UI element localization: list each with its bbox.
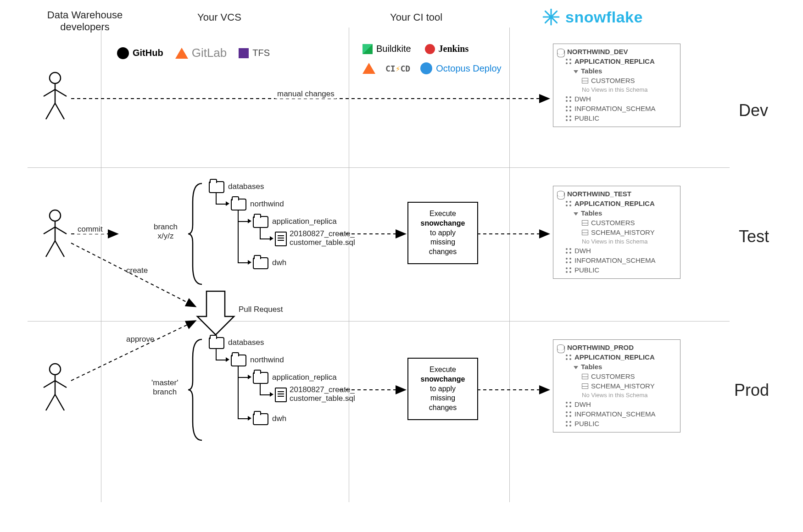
tree-expand-icon [574,70,578,73]
folder-icon [253,413,268,425]
octopus-icon [420,62,432,74]
folder-app-replica: application_replica [272,217,337,226]
brace-branch-xyz [188,183,206,286]
divider-horizontal-1 [28,167,730,168]
snowflake-icon [541,7,561,27]
ci-logos: Buildkite Jenkins CI⚡CD Octopus Deploy [362,44,502,74]
diagram-root: { "columns": { "devs": "Data Warehouse\n… [0,0,803,532]
label-master-branch: 'master' branch [151,378,178,397]
table-icon [582,230,588,235]
folder-app-replica: application_replica [272,373,337,382]
folder-northwind: northwind [250,200,284,209]
database-icon [557,49,564,55]
divider-vertical-3 [509,28,510,502]
vcs-logos: GitHub GitLab TFS [117,46,270,60]
db-panel-dev: NORTHWIND_DEV APPLICATION_REPLICA Tables… [553,44,680,127]
file-sql: 20180827_create_ customer_table.sql [290,230,355,247]
tree-expand-icon [574,366,578,369]
schema-icon [565,257,572,264]
actor-dev-2 [39,209,71,261]
buildkite-icon [362,44,373,54]
arrows-layer [0,0,803,532]
github-icon [117,47,129,59]
arrow-label-manual-changes: manual changes [275,89,336,99]
schema-icon [565,401,572,408]
logo-buildkite: Buildkite [362,44,411,54]
svg-line-8 [55,89,67,96]
schema-icon [565,248,572,254]
svg-line-19 [44,381,55,388]
table-icon [582,78,588,83]
divider-horizontal-2 [28,321,730,321]
table-icon [582,383,588,389]
schema-icon [565,115,572,122]
folder-icon [253,216,268,228]
snowflake-label: snowflake [565,8,643,26]
arrow-label-commit: commit [76,225,105,234]
svg-line-9 [46,103,55,119]
execute-box-test: Execute snowchange to apply missing chan… [407,202,478,264]
svg-line-10 [55,103,64,119]
svg-point-4 [550,16,552,18]
tfs-icon [239,48,249,58]
database-icon [557,191,564,197]
logo-gitlab: GitLab [175,46,227,60]
column-header-ci: Your CI tool [390,11,442,23]
svg-point-17 [50,364,61,375]
pull-request-arrow [197,291,234,339]
env-label-prod: Prod [734,381,769,400]
file-icon [275,232,287,246]
arrow-label-approve: approve [126,335,154,344]
gitlab-icon [175,48,188,59]
gitlab-ci-icon [362,63,375,74]
folder-icon [231,199,246,211]
svg-line-16 [55,241,64,257]
divider-vertical-1 [101,28,101,502]
divider-vertical-2 [349,28,349,502]
svg-line-20 [55,381,67,388]
logo-jenkins: Jenkins [425,44,469,54]
logo-tfs: TFS [239,48,270,58]
column-header-vcs: Your VCS [197,11,241,23]
svg-line-22 [55,394,64,410]
folder-northwind: northwind [250,355,284,365]
svg-line-15 [46,241,55,257]
folder-tree-prod: databases northwind application_replica … [209,337,346,438]
arrow-label-create: create [126,266,148,275]
file-sql: 20180827_create_ customer_table.sql [290,386,355,403]
jenkins-icon [425,44,435,54]
schema-icon [565,200,572,207]
logo-github: GitHub [117,47,163,59]
tree-expand-icon [574,212,578,216]
actor-dev-1 [39,71,71,123]
table-icon [582,374,588,379]
schema-icon [565,96,572,102]
table-icon [582,220,588,226]
env-label-test: Test [739,227,769,246]
logo-octopus: Octopus Deploy [420,62,501,74]
label-pull-request: Pull Request [239,305,283,314]
database-icon [557,344,564,350]
cico-label: CI⚡CD [385,64,410,73]
label-branch-xyz: branch x/y/z [154,222,178,241]
schema-icon [565,354,572,360]
execute-box-prod: Execute snowchange to apply missing chan… [407,358,478,420]
svg-line-13 [44,227,55,234]
svg-point-5 [50,72,61,83]
folder-icon [253,372,268,384]
column-header-developers: Data Warehouse developers [39,9,131,33]
actor-dev-3 [39,362,71,415]
folder-databases: databases [228,182,264,191]
schema-icon [565,105,572,112]
schema-icon [565,267,572,273]
snowflake-brand: snowflake [541,7,643,27]
folder-icon [209,337,224,349]
db-panel-test: NORTHWIND_TEST APPLICATION_REPLICA Table… [553,186,680,279]
folder-icon [231,355,246,366]
db-panel-prod: NORTHWIND_PROD APPLICATION_REPLICA Table… [553,339,680,432]
svg-line-14 [55,227,67,234]
folder-icon [253,257,268,269]
folder-icon [209,181,224,193]
env-label-dev: Dev [739,101,768,120]
file-icon [275,388,287,402]
